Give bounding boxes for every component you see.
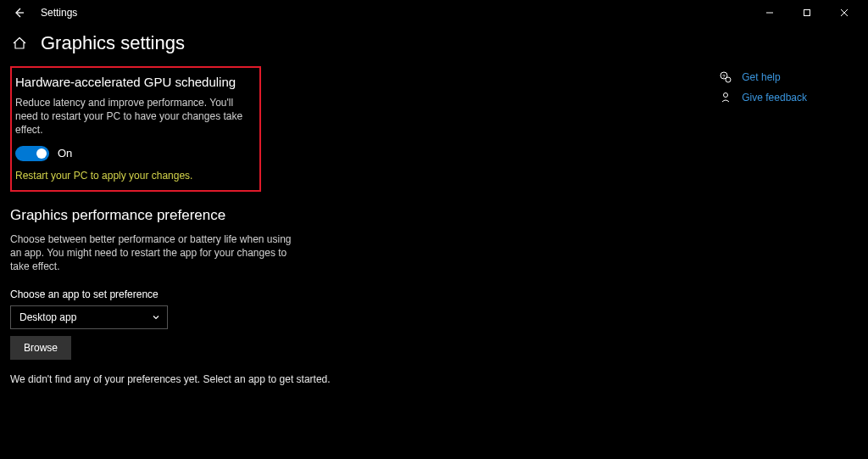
close-button[interactable]	[826, 1, 863, 25]
page-header: Graphics settings	[0, 25, 868, 66]
svg-rect-0	[804, 10, 810, 16]
minimize-button[interactable]	[751, 1, 788, 25]
gpu-toggle-label: On	[58, 147, 72, 160]
titlebar: Settings	[0, 0, 868, 25]
window-title: Settings	[41, 7, 77, 19]
svg-point-3	[726, 77, 731, 82]
perf-section-desc: Choose between better performance or bat…	[10, 232, 298, 274]
preferences-empty-message: We didn't find any of your preferences y…	[10, 373, 451, 385]
gpu-section-desc: Reduce latency and improve performance. …	[15, 96, 251, 137]
browse-button-label: Browse	[24, 342, 58, 354]
minimize-icon	[765, 8, 774, 17]
maximize-button[interactable]	[788, 1, 826, 25]
chevron-down-icon	[152, 313, 160, 322]
gpu-scheduling-highlight: Hardware-accelerated GPU scheduling Redu…	[10, 66, 261, 192]
app-type-select[interactable]: Desktop app	[10, 305, 168, 329]
help-icon: ?	[718, 71, 733, 83]
svg-point-4	[724, 93, 728, 98]
gpu-section-title: Hardware-accelerated GPU scheduling	[15, 75, 251, 89]
give-feedback-label: Give feedback	[742, 92, 807, 104]
browse-button[interactable]: Browse	[10, 336, 71, 360]
get-help-link[interactable]: ? Get help	[718, 71, 807, 83]
gpu-toggle-row: On	[15, 146, 251, 161]
give-feedback-link[interactable]: Give feedback	[718, 92, 807, 104]
back-arrow-icon	[13, 7, 25, 19]
perf-section-title: Graphics performance preference	[10, 207, 451, 224]
page-title: Graphics settings	[41, 32, 185, 54]
home-icon	[12, 36, 27, 51]
get-help-label: Get help	[742, 71, 780, 83]
app-type-selected: Desktop app	[19, 311, 76, 323]
home-button[interactable]	[10, 34, 29, 53]
app-select-label: Choose an app to set preference	[10, 288, 451, 300]
maximize-icon	[803, 8, 811, 17]
close-icon	[840, 8, 849, 17]
side-links: ? Get help Give feedback	[718, 66, 858, 385]
window-controls	[751, 1, 863, 25]
restart-warning: Restart your PC to apply your changes.	[15, 170, 251, 182]
feedback-icon	[718, 92, 733, 104]
back-button[interactable]	[10, 4, 27, 21]
perf-preference-section: Graphics performance preference Choose b…	[10, 207, 451, 386]
gpu-toggle[interactable]	[15, 146, 49, 161]
toggle-knob	[36, 148, 47, 159]
